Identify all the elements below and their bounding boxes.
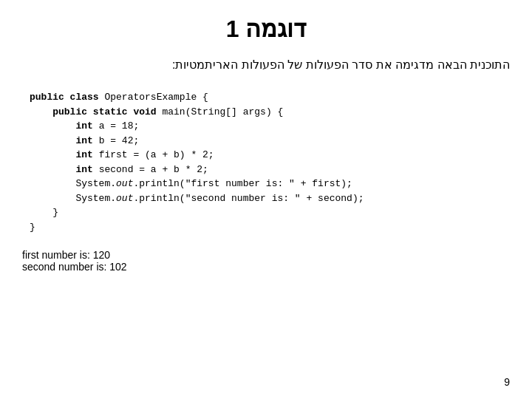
code-line-2: public static void main(String[] args) { [30,105,502,120]
page-container: דוגמה 1 התוכנית הבאה מדגימה את סדר הפעול… [0,0,532,399]
code-indent: System. [30,193,116,204]
code-indent [30,149,75,160]
code-text: } [30,222,35,233]
code-text: .println("first number is: " + first); [133,178,352,189]
keyword-int: int [75,164,92,175]
code-indent [30,106,52,117]
code-line-6: int second = a + b * 2; [30,163,502,177]
subtitle: התוכנית הבאה מדגימה את סדר הפעולות של הפ… [22,58,510,72]
code-text: main(String[] args) { [162,106,283,117]
output-line-1: first number is: 120 [22,249,510,261]
code-line-8: System.out.println("second number is: " … [30,191,502,206]
code-indent: System. [30,178,116,189]
code-text: .println("second number is: " + second); [133,193,364,204]
code-text: first = (a + b) * 2; [93,149,214,160]
code-text: b = 42; [93,135,139,146]
keyword: public [30,92,70,103]
code-line-4: int b = 42; [30,134,502,149]
keyword-int: int [75,135,92,146]
keyword: public [52,106,93,117]
code-italic: out [116,193,133,204]
code-line-10: } [30,220,502,235]
page-number: 9 [504,376,510,388]
code-indent [30,135,75,146]
keyword: class [70,92,105,103]
keyword-int: int [75,120,92,132]
code-line-9: } [30,205,502,220]
code-italic: out [116,178,133,189]
code-line-3: int a = 18; [30,119,502,134]
code-line-5: int first = (a + b) * 2; [30,148,502,163]
code-indent [30,164,75,175]
code-text: second = a + b * 2; [93,164,208,175]
keyword-int: int [75,149,92,160]
code-text: OperatorsExample { [104,92,208,103]
output-line-2: second number is: 102 [22,261,510,273]
page-title: דוגמה 1 [22,15,510,43]
code-line-1: public class OperatorsExample { [30,90,502,105]
code-text: a = 18; [93,120,139,132]
keyword: void [133,106,162,117]
keyword: static [93,106,134,117]
code-indent [30,120,75,132]
output-block: first number is: 120 second number is: 1… [22,249,510,273]
code-text: } [30,207,58,218]
code-line-7: System.out.println("first number is: " +… [30,177,502,191]
code-block: public class OperatorsExample { public s… [22,86,510,238]
